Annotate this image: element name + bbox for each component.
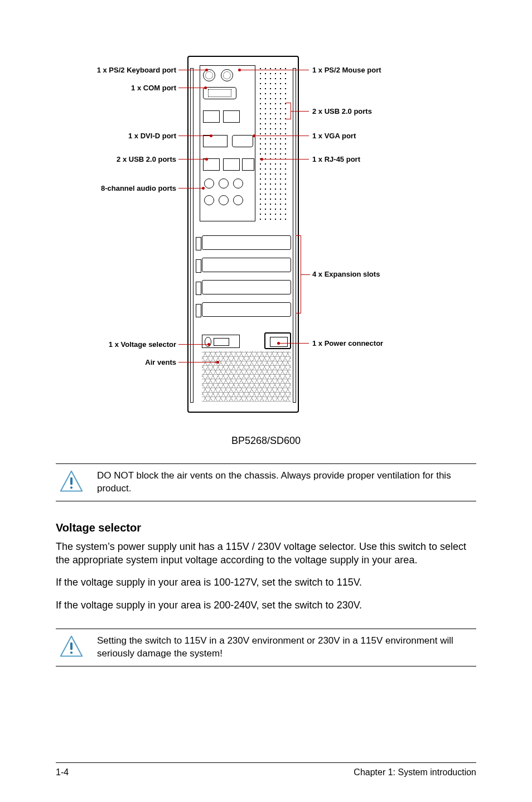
- model-name: BP5268/SD600: [56, 435, 476, 447]
- voltage-selector-heading: Voltage selector: [56, 521, 476, 534]
- svg-rect-1: [70, 477, 72, 485]
- caution-icon: [59, 470, 84, 494]
- label-vga: 1 x VGA port: [312, 132, 457, 140]
- ps2-keyboard-port-icon: [203, 69, 215, 81]
- voltage-p3: If the voltage supply in your area is 20…: [56, 598, 476, 612]
- ventilation-note-text: DO NOT block the air vents on the chassi…: [97, 470, 476, 495]
- audio-jacks-row2-icon: [202, 195, 253, 207]
- voltage-p2: If the voltage supply in your area is 10…: [56, 576, 476, 589]
- label-voltage-selector: 1 x Voltage selector: [56, 340, 176, 349]
- voltage-warning-text: Setting the switch to 115V in a 230V env…: [97, 635, 476, 660]
- expansion-slot-icon: [202, 235, 291, 250]
- com-port-icon: [203, 87, 236, 99]
- psu-area: [202, 335, 291, 402]
- voltage-p1: The system’s power supply unit has a 115…: [56, 540, 476, 567]
- svg-rect-4: [70, 642, 72, 650]
- voltage-selector-icon: [202, 335, 240, 348]
- label-ps2-keyboard: 1 x PS/2 Keyboard port: [56, 66, 176, 74]
- rear-panel-diagram: 1 x PS/2 Keyboard port 1 x COM port 1 x …: [56, 50, 476, 429]
- label-dvid: 1 x DVI-D port: [56, 132, 176, 140]
- label-com: 1 x COM port: [56, 84, 176, 92]
- label-expansion-slots: 4 x Expansion slots: [312, 270, 457, 278]
- warning-icon: [59, 635, 84, 659]
- audio-jacks-row1-icon: [202, 178, 253, 191]
- label-rj45: 1 x RJ-45 port: [312, 155, 457, 163]
- page-footer: 1-4 Chapter 1: System introduction: [56, 762, 476, 777]
- voltage-warning-note: Setting the switch to 115V in a 230V env…: [56, 629, 476, 666]
- power-connector-icon: [264, 332, 291, 349]
- svg-point-2: [70, 486, 72, 489]
- rj45-port-icon: [242, 158, 254, 171]
- svg-point-5: [70, 651, 72, 654]
- label-power-connector: 1 x Power connector: [312, 339, 457, 347]
- page-number: 1-4: [56, 767, 69, 777]
- label-audio: 8-channel audio ports: [56, 184, 176, 192]
- usb-pair-top-icon: [203, 110, 220, 123]
- dvid-port-icon: [203, 135, 228, 147]
- label-ps2-mouse: 1 x PS/2 Mouse port: [312, 66, 457, 74]
- air-vents-icon: [202, 351, 291, 402]
- label-air-vents: Air vents: [56, 358, 176, 366]
- chapter-label: Chapter 1: System introduction: [354, 767, 476, 777]
- ps2-mouse-port-icon: [221, 69, 233, 81]
- vga-port-icon: [232, 135, 253, 147]
- label-usb-right: 2 x USB 2.0 ports: [312, 107, 457, 115]
- chassis-outline: [187, 56, 299, 413]
- label-usb-left: 2 x USB 2.0 ports: [56, 155, 176, 163]
- ventilation-note: DO NOT block the air vents on the chassi…: [56, 463, 476, 501]
